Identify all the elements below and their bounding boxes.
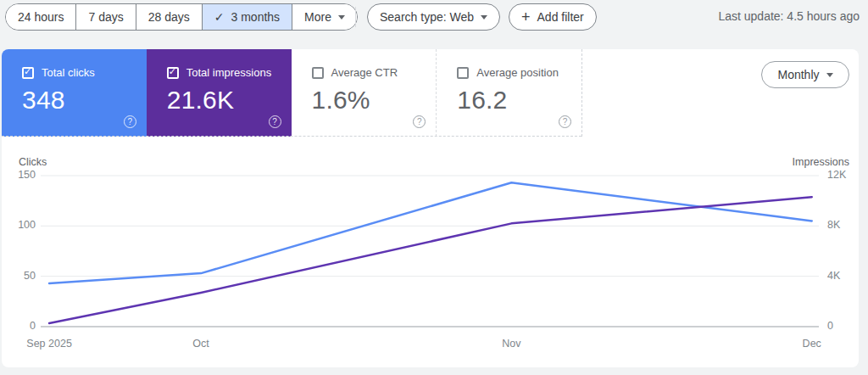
x-axis-tick-label: Nov (473, 338, 549, 350)
right-axis-tick-label: 8K (827, 219, 858, 231)
x-axis-tick-label: Dec (774, 338, 850, 350)
search-console-performance-page: 24 hours 7 days 28 days 3 months More Se… (0, 0, 868, 375)
x-axis-tick-label: Oct (163, 338, 239, 350)
right-axis-tick-label: 4K (827, 270, 858, 282)
left-axis-tick-label: 0 (0, 320, 36, 332)
left-axis-tick-label: 100 (0, 219, 36, 231)
performance-line-chart[interactable] (0, 0, 868, 375)
right-axis-tick-label: 12K (827, 169, 858, 181)
left-axis-tick-label: 150 (0, 169, 36, 181)
x-axis-tick-label: Sep 2025 (11, 338, 87, 350)
right-axis-tick-label: 0 (827, 320, 858, 332)
impressions-line[interactable] (49, 197, 812, 323)
left-axis-tick-label: 50 (0, 270, 36, 282)
clicks-line[interactable] (49, 182, 812, 283)
